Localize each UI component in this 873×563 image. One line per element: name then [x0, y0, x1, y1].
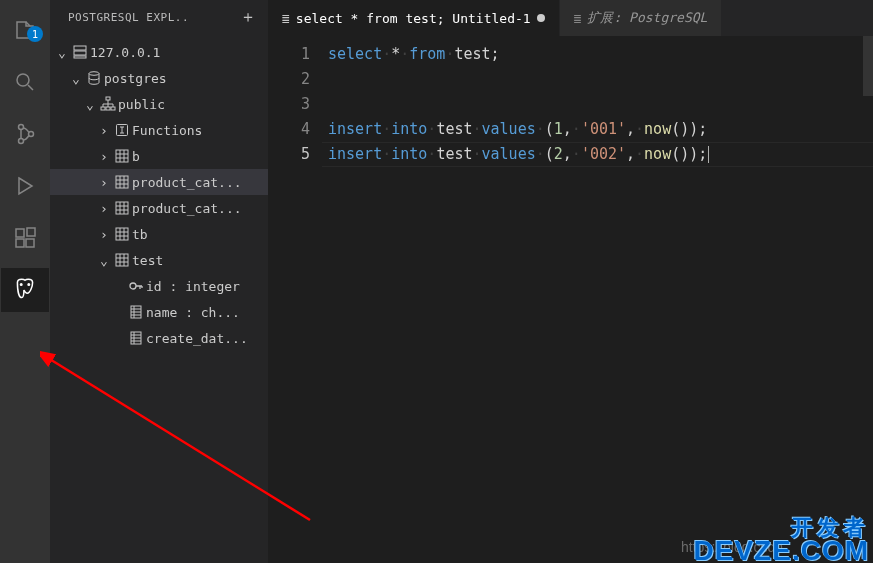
tree-host[interactable]: ⌄ 127.0.0.1	[50, 39, 268, 65]
editor-area: ≣ select * from test; Untitled-1 ≣ 扩展: P…	[268, 0, 873, 563]
svg-point-2	[19, 139, 24, 144]
tree-database[interactable]: ⌄ postgres	[50, 65, 268, 91]
svg-rect-7	[27, 228, 35, 236]
table-icon	[112, 252, 132, 268]
table-icon	[112, 148, 132, 164]
tree-label: Functions	[132, 123, 202, 138]
svg-rect-15	[101, 107, 105, 110]
chevron-right-icon: ›	[96, 123, 112, 138]
line-number: 5	[268, 142, 310, 167]
tab-label: select * from test; Untitled-1	[296, 11, 531, 26]
tab-preview[interactable]: ≣ 扩展: PostgreSQL	[560, 0, 723, 36]
server-icon	[70, 44, 90, 60]
source-control-icon[interactable]	[1, 112, 49, 156]
editor-tabs: ≣ select * from test; Untitled-1 ≣ 扩展: P…	[268, 0, 873, 36]
functions-icon	[112, 122, 132, 138]
tree-label: name : ch...	[146, 305, 240, 320]
vertical-scrollbar[interactable]	[863, 36, 873, 563]
line-numbers: 1 2 3 4 5	[268, 42, 328, 563]
line-number: 3	[268, 92, 310, 117]
scroll-thumb[interactable]	[863, 36, 873, 96]
table-icon	[112, 200, 132, 216]
chevron-down-icon: ⌄	[82, 97, 98, 112]
chevron-down-icon: ⌄	[68, 71, 84, 86]
tree-column[interactable]: create_dat...	[50, 325, 268, 351]
svg-rect-17	[111, 107, 115, 110]
tree-column[interactable]: name : ch...	[50, 299, 268, 325]
column-icon	[126, 330, 146, 346]
search-icon[interactable]	[1, 60, 49, 104]
table-icon	[112, 174, 132, 190]
explorer-tree: ⌄ 127.0.0.1 ⌄ postgres ⌄ public › Functi…	[50, 35, 268, 563]
tree-label: product_cat...	[132, 175, 242, 190]
svg-rect-14	[106, 97, 110, 100]
tree-label: public	[118, 97, 165, 112]
svg-point-24	[130, 283, 136, 289]
column-icon	[126, 304, 146, 320]
chevron-down-icon: ⌄	[96, 253, 112, 268]
tree-schema[interactable]: ⌄ public	[50, 91, 268, 117]
svg-rect-4	[16, 229, 24, 237]
tree-functions[interactable]: › Functions	[50, 117, 268, 143]
postgresql-icon[interactable]	[1, 268, 49, 312]
tree-label: tb	[132, 227, 148, 242]
tree-label: create_dat...	[146, 331, 248, 346]
chevron-right-icon: ›	[96, 227, 112, 242]
tree-label: postgres	[104, 71, 167, 86]
svg-rect-21	[116, 202, 128, 214]
tree-table[interactable]: › tb	[50, 221, 268, 247]
svg-rect-6	[26, 239, 34, 247]
tree-label: product_cat...	[132, 201, 242, 216]
tree-table[interactable]: › product_cat...	[50, 195, 268, 221]
tree-table[interactable]: › product_cat...	[50, 169, 268, 195]
add-connection-icon[interactable]: ＋	[240, 7, 257, 28]
svg-point-0	[17, 74, 29, 86]
code-content[interactable]: select·*·from·test; insert·into·test·val…	[328, 42, 873, 563]
svg-rect-12	[74, 56, 86, 58]
svg-rect-22	[116, 228, 128, 240]
extensions-icon[interactable]	[1, 216, 49, 260]
list-icon: ≣	[574, 11, 582, 26]
code-editor[interactable]: 1 2 3 4 5 select·*·from·test; insert·int…	[268, 36, 873, 563]
chevron-right-icon: ›	[96, 175, 112, 190]
tab-label: 扩展: PostgreSQL	[587, 9, 707, 27]
svg-point-13	[89, 72, 99, 76]
tree-label: id : integer	[146, 279, 240, 294]
tree-label: 127.0.0.1	[90, 45, 160, 60]
sidebar: POSTGRESQL EXPL.. ＋ ⌄ 127.0.0.1 ⌄ postgr…	[50, 0, 268, 563]
line-number: 2	[268, 67, 310, 92]
svg-rect-5	[16, 239, 24, 247]
svg-point-9	[28, 284, 30, 286]
tree-column[interactable]: id : integer	[50, 273, 268, 299]
list-icon: ≣	[282, 11, 290, 26]
dirty-indicator-icon	[537, 14, 545, 22]
watermark-brand: 开发者 DEVZE.COM	[694, 518, 869, 563]
svg-rect-19	[116, 150, 128, 162]
text-cursor	[708, 146, 709, 163]
table-icon	[112, 226, 132, 242]
schema-icon	[98, 96, 118, 112]
debug-icon[interactable]	[1, 164, 49, 208]
chevron-right-icon: ›	[96, 201, 112, 216]
key-icon	[126, 278, 146, 294]
tree-label: test	[132, 253, 163, 268]
line-number: 4	[268, 117, 310, 142]
explorer-icon[interactable]: 1	[1, 8, 49, 52]
svg-point-8	[20, 284, 22, 286]
explorer-badge: 1	[27, 26, 43, 42]
svg-rect-23	[116, 254, 128, 266]
svg-rect-20	[116, 176, 128, 188]
sidebar-title: POSTGRESQL EXPL..	[68, 11, 189, 24]
svg-rect-11	[74, 51, 86, 55]
line-number: 1	[268, 42, 310, 67]
chevron-right-icon: ›	[96, 149, 112, 164]
tab-active[interactable]: ≣ select * from test; Untitled-1	[268, 0, 560, 36]
sidebar-header: POSTGRESQL EXPL.. ＋	[50, 0, 268, 35]
database-icon	[84, 70, 104, 86]
tree-label: b	[132, 149, 140, 164]
chevron-down-icon: ⌄	[54, 45, 70, 60]
tree-table-expanded[interactable]: ⌄ test	[50, 247, 268, 273]
tree-table[interactable]: › b	[50, 143, 268, 169]
svg-rect-10	[74, 46, 86, 50]
svg-point-1	[19, 125, 24, 130]
